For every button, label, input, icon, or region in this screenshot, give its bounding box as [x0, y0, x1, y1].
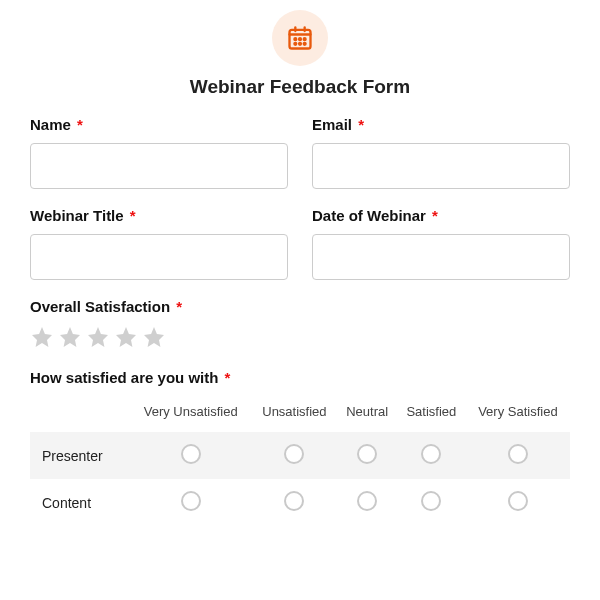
matrix-row: Presenter: [30, 432, 570, 479]
webinar-date-label: Date of Webinar *: [312, 207, 570, 224]
matrix-col-header: Very Unsatisfied: [130, 396, 251, 432]
calendar-icon: [272, 10, 328, 66]
matrix-radio[interactable]: [284, 491, 304, 511]
webinar-title-input[interactable]: [30, 234, 288, 280]
webinar-date-input[interactable]: [312, 234, 570, 280]
name-input[interactable]: [30, 143, 288, 189]
overall-satisfaction-label: Overall Satisfaction *: [30, 298, 570, 315]
star-icon[interactable]: [30, 325, 54, 349]
matrix-row: Content: [30, 479, 570, 526]
svg-point-6: [304, 38, 306, 40]
matrix-radio[interactable]: [181, 444, 201, 464]
matrix-row-label: Presenter: [30, 432, 130, 479]
star-icon[interactable]: [86, 325, 110, 349]
webinar-title-label: Webinar Title *: [30, 207, 288, 224]
matrix-col-header: Unsatisfied: [251, 396, 337, 432]
email-input[interactable]: [312, 143, 570, 189]
matrix-radio[interactable]: [357, 491, 377, 511]
svg-point-8: [299, 43, 301, 45]
matrix-row-label: Content: [30, 479, 130, 526]
matrix-col-header: Satisfied: [397, 396, 466, 432]
satisfaction-matrix: Very Unsatisfied Unsatisfied Neutral Sat…: [30, 396, 570, 526]
form-header: Webinar Feedback Form: [30, 10, 570, 98]
star-icon[interactable]: [114, 325, 138, 349]
svg-point-7: [294, 43, 296, 45]
star-icon[interactable]: [58, 325, 82, 349]
star-icon[interactable]: [142, 325, 166, 349]
matrix-radio[interactable]: [421, 491, 441, 511]
matrix-col-header: Very Satisfied: [466, 396, 570, 432]
svg-point-5: [299, 38, 301, 40]
matrix-radio[interactable]: [421, 444, 441, 464]
matrix-radio[interactable]: [508, 444, 528, 464]
matrix-radio[interactable]: [284, 444, 304, 464]
matrix-radio[interactable]: [508, 491, 528, 511]
name-label: Name *: [30, 116, 288, 133]
matrix-radio[interactable]: [357, 444, 377, 464]
page-title: Webinar Feedback Form: [30, 76, 570, 98]
matrix-radio[interactable]: [181, 491, 201, 511]
email-label: Email *: [312, 116, 570, 133]
svg-point-4: [294, 38, 296, 40]
svg-point-9: [304, 43, 306, 45]
matrix-col-header: Neutral: [337, 396, 396, 432]
star-rating[interactable]: [30, 325, 570, 349]
matrix-question-label: How satisfied are you with *: [30, 369, 570, 386]
